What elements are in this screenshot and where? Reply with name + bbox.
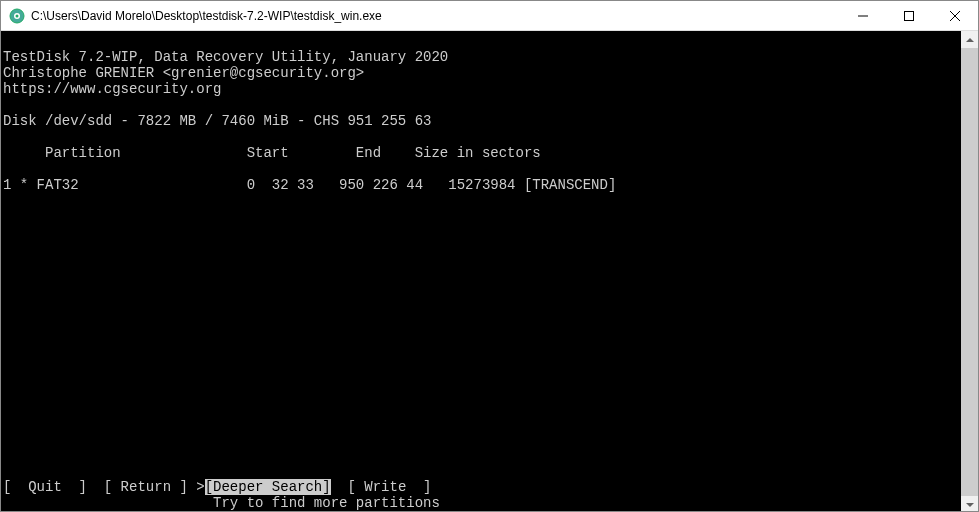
menu-deeper-search[interactable]: [Deeper Search] [205,479,331,495]
scroll-up-arrow[interactable] [961,31,978,48]
close-button[interactable] [932,1,978,30]
menu-write[interactable]: [ Write ] [331,479,432,495]
menu-hint: Try to find more partitions [3,495,959,511]
app-header-line3: https://www.cgsecurity.org [3,81,221,97]
app-header-line2: Christophe GRENIER <grenier@cgsecurity.o… [3,65,364,81]
svg-point-2 [16,14,19,17]
svg-marker-7 [966,38,974,42]
scroll-thumb[interactable] [961,48,978,496]
disk-info: Disk /dev/sdd - 7822 MB / 7460 MiB - CHS… [3,113,431,129]
window-controls [840,1,978,30]
scroll-track[interactable] [961,48,978,496]
svg-marker-8 [966,503,974,507]
window-title: C:\Users\David Morelo\Desktop\testdisk-7… [31,9,840,23]
vertical-scrollbar[interactable] [961,31,978,512]
app-header-line1: TestDisk 7.2-WIP, Data Recovery Utility,… [3,49,448,65]
scroll-down-arrow[interactable] [961,496,978,512]
window-titlebar: C:\Users\David Morelo\Desktop\testdisk-7… [1,1,978,31]
menu-quit[interactable]: [ Quit ] [ Return ] [3,479,196,495]
column-headers: Partition Start End Size in sectors [3,145,541,161]
svg-rect-4 [905,11,914,20]
partition-row: 1 * FAT32 0 32 33 950 226 44 15273984 [T… [3,177,616,193]
menu-row: [ Quit ] [ Return ] >[Deeper Search] [ W… [3,479,432,495]
menu-cursor: > [196,479,204,495]
app-icon [9,8,25,24]
terminal-output: TestDisk 7.2-WIP, Data Recovery Utility,… [1,31,961,512]
minimize-button[interactable] [840,1,886,30]
maximize-button[interactable] [886,1,932,30]
